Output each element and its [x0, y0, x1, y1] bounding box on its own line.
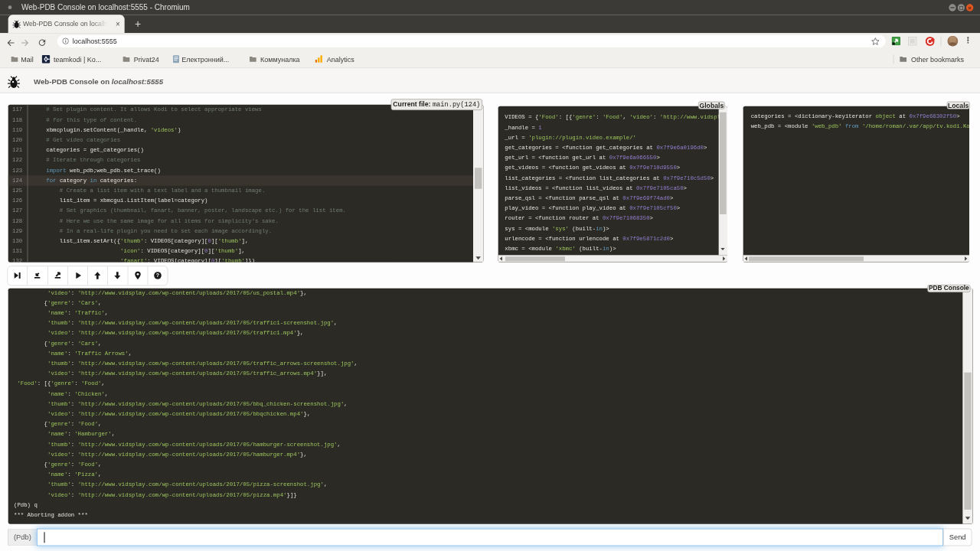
svg-text:?: ? — [156, 272, 159, 278]
